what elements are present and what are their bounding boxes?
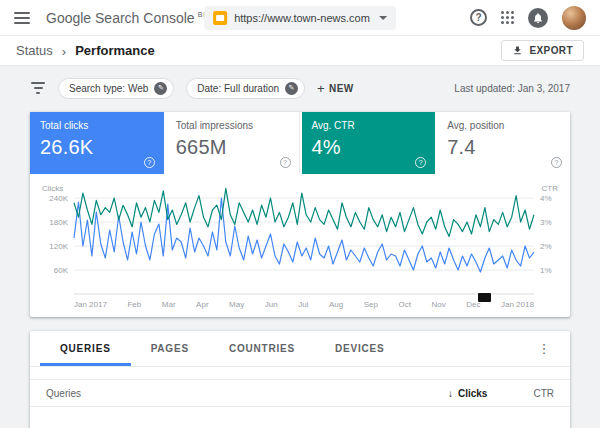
table-tabs: QUERIES PAGES COUNTRIES DEVICES (30, 331, 570, 367)
metric-value: 7.4 (447, 136, 560, 159)
search-type-chip-label: Search type: Web (69, 83, 148, 94)
tab-countries[interactable]: COUNTRIES (209, 331, 315, 366)
performance-chart-svg[interactable] (74, 196, 534, 296)
metric-value: 26.6K (40, 136, 153, 159)
page-title: Performance (75, 43, 154, 58)
product-logo: Google Search Console BETA (46, 10, 219, 26)
metric-label: Total impressions (176, 120, 289, 131)
filter-icon[interactable] (30, 82, 46, 94)
date-filter-chip-label: Date: Full duration (197, 83, 279, 94)
new-filter-label: NEW (329, 83, 354, 94)
tab-pages[interactable]: PAGES (131, 331, 209, 366)
help-icon[interactable] (551, 157, 562, 168)
metric-value: 4% (312, 136, 425, 159)
metric-label: Total clicks (40, 120, 153, 131)
overflow-menu-icon[interactable] (534, 341, 554, 356)
metric-label: Avg. CTR (312, 120, 425, 131)
tab-queries[interactable]: QUERIES (40, 331, 131, 366)
apps-grid-icon[interactable] (501, 11, 514, 24)
breadcrumb-chevron-icon (53, 42, 75, 60)
help-icon[interactable] (280, 157, 291, 168)
metric-card-total-impressions[interactable]: Total impressions 665M (166, 112, 300, 174)
dimensions-table-panel: QUERIES PAGES COUNTRIES DEVICES Queries … (30, 331, 570, 428)
filter-row: Search type: Web Date: Full duration NEW… (30, 76, 570, 100)
account-avatar[interactable] (562, 6, 586, 30)
search-type-chip[interactable]: Search type: Web (58, 78, 174, 99)
help-icon[interactable] (470, 9, 487, 26)
date-filter-chip[interactable]: Date: Full duration (186, 78, 305, 99)
product-name: Google Search Console (46, 10, 195, 26)
metric-value: 665M (176, 136, 289, 159)
breadcrumb-status[interactable]: Status (16, 43, 53, 58)
app-bar: Google Search Console BETA https://www.t… (0, 0, 600, 36)
help-icon[interactable] (415, 157, 426, 168)
last-updated-text: Last updated: Jan 3, 2017 (454, 83, 570, 94)
property-selector[interactable]: https://www.town-news.com (204, 6, 396, 30)
right-axis-title: CTR (542, 184, 558, 193)
metric-card-avg-ctr[interactable]: Avg. CTR 4% (302, 112, 436, 174)
edit-pencil-icon (285, 82, 298, 95)
download-icon (512, 45, 523, 56)
new-filter-button[interactable]: NEW (317, 81, 354, 96)
table-header-row: Queries Clicks CTR (30, 379, 570, 407)
column-header-ctr[interactable]: CTR (533, 388, 554, 399)
metric-cards-row: Total clicks 26.6K Total impressions 665… (30, 112, 570, 174)
menu-icon[interactable] (14, 12, 30, 24)
performance-chart-panel: Total clicks 26.6K Total impressions 665… (30, 112, 570, 317)
chevron-down-icon (379, 16, 387, 20)
property-url: https://www.town-news.com (234, 12, 370, 24)
export-button[interactable]: EXPORT (501, 40, 584, 61)
metric-label: Avg. position (447, 120, 560, 131)
metric-card-avg-position[interactable]: Avg. position 7.4 (437, 112, 570, 174)
chart-body: 240K180K120K60K 4%3%2%1% (40, 196, 560, 296)
app-bar-actions (470, 6, 586, 30)
sort-descending-icon (448, 388, 453, 399)
site-icon (213, 11, 227, 25)
breadcrumb-bar: Status Performance EXPORT (0, 36, 600, 66)
column-header-queries: Queries (46, 388, 81, 399)
left-axis-ticks: 240K180K120K60K (40, 196, 74, 296)
x-axis-labels: Jan 2017FebMarAprMayJunJulAugSepOctNovDe… (74, 300, 534, 309)
column-header-clicks[interactable]: Clicks (448, 388, 487, 399)
line-chart: Clicks CTR 240K180K120K60K 4%3%2%1% Jan … (40, 184, 560, 309)
cursor-artifact (478, 293, 491, 302)
right-axis-ticks: 4%3%2%1% (534, 196, 560, 296)
left-axis-title: Clicks (42, 184, 63, 193)
main-content: Search type: Web Date: Full duration NEW… (0, 66, 600, 428)
table-header-right: Clicks CTR (448, 388, 554, 399)
metric-card-total-clicks[interactable]: Total clicks 26.6K (30, 112, 164, 174)
tab-devices[interactable]: DEVICES (315, 331, 405, 366)
chart-axis-headers: Clicks CTR (40, 184, 560, 196)
notifications-bell-icon[interactable] (528, 8, 548, 28)
export-label: EXPORT (529, 45, 573, 56)
help-icon[interactable] (144, 157, 155, 168)
edit-pencil-icon (154, 82, 167, 95)
